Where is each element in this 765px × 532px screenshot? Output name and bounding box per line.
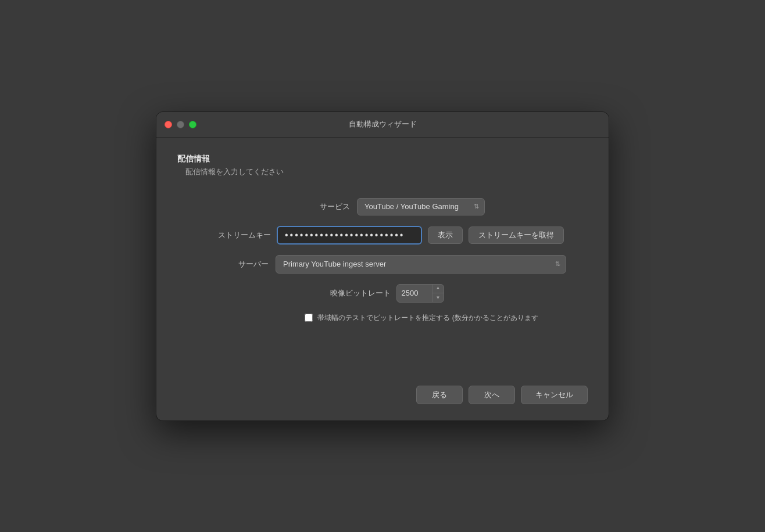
- service-label: サービス: [280, 202, 350, 212]
- server-select[interactable]: Primary YouTube ingest server: [276, 255, 566, 274]
- back-button[interactable]: 戻る: [416, 386, 463, 404]
- server-row: サーバー Primary YouTube ingest server ⇅: [183, 255, 582, 274]
- bitrate-up-button[interactable]: ▲: [432, 284, 444, 293]
- get-key-button[interactable]: ストリームキーを取得: [469, 227, 564, 244]
- bitrate-input[interactable]: [397, 286, 432, 300]
- stream-key-input[interactable]: [277, 226, 422, 245]
- bitrate-down-button[interactable]: ▼: [432, 293, 444, 303]
- bandwidth-test-checkbox[interactable]: [305, 314, 313, 322]
- wizard-window: 自動構成ウィザード 配信情報 配信情報を入力してください サービス YouTub…: [156, 112, 609, 421]
- minimize-button[interactable]: [177, 121, 184, 128]
- bitrate-input-wrapper: ▲ ▼: [396, 284, 445, 303]
- bitrate-row: 映像ビットレート ▲ ▼: [183, 284, 582, 303]
- server-select-wrapper: Primary YouTube ingest server ⇅: [276, 255, 566, 274]
- bitrate-spinner: ▲ ▼: [432, 284, 444, 303]
- bitrate-label: 映像ビットレート: [321, 288, 391, 299]
- content-area: 配信情報 配信情報を入力してください サービス YouTube / YouTub…: [156, 138, 609, 339]
- stream-key-label: ストリームキー: [201, 230, 271, 240]
- maximize-button[interactable]: [189, 121, 196, 128]
- window-title: 自動構成ウィザード: [349, 119, 417, 130]
- service-select[interactable]: YouTube / YouTube Gaming: [357, 198, 485, 215]
- titlebar: 自動構成ウィザード: [156, 112, 609, 138]
- next-button[interactable]: 次へ: [469, 386, 515, 404]
- section-subtitle: 配信情報を入力してください: [177, 167, 588, 177]
- checkbox-row: 帯域幅のテストでビットレートを推定する (数分かかることがあります: [183, 313, 582, 323]
- close-button[interactable]: [165, 121, 172, 128]
- traffic-lights: [165, 121, 196, 128]
- service-select-wrapper: YouTube / YouTube Gaming ⇅: [357, 198, 485, 215]
- stream-key-row: ストリームキー 表示 ストリームキーを取得: [183, 226, 582, 245]
- form-area: サービス YouTube / YouTube Gaming ⇅ ストリームキー …: [177, 198, 588, 323]
- cancel-button[interactable]: キャンセル: [521, 386, 588, 404]
- service-row: サービス YouTube / YouTube Gaming ⇅: [183, 198, 582, 215]
- section-title: 配信情報: [177, 154, 588, 164]
- footer: 戻る 次へ キャンセル: [156, 374, 609, 420]
- bandwidth-test-label: 帯域幅のテストでビットレートを推定する (数分かかることがあります: [317, 313, 538, 323]
- server-label: サーバー: [199, 259, 269, 269]
- show-key-button[interactable]: 表示: [428, 227, 463, 244]
